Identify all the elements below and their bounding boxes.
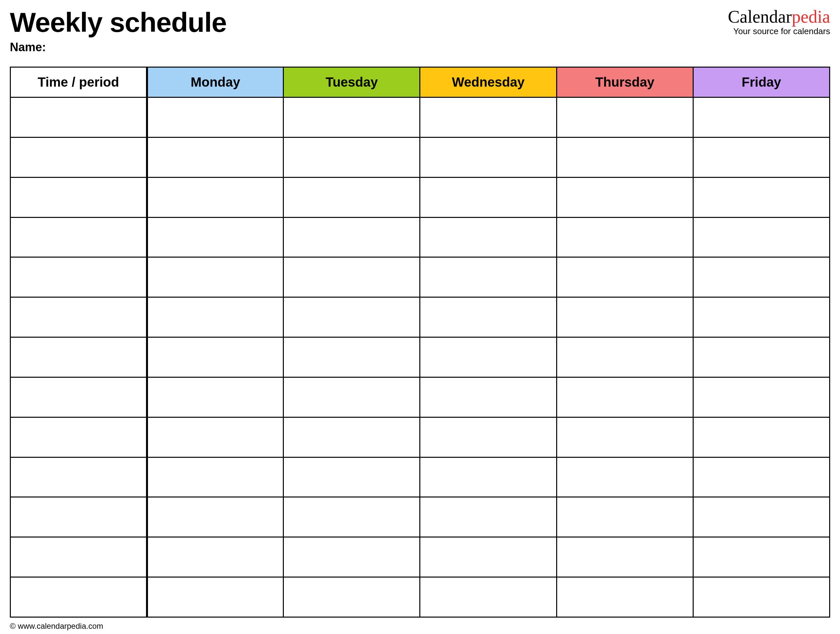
time-cell[interactable] [11,137,147,177]
schedule-cell[interactable] [147,297,284,337]
schedule-cell[interactable] [693,417,829,457]
schedule-cell[interactable] [693,497,829,537]
schedule-cell[interactable] [420,337,556,377]
schedule-body [11,98,830,617]
time-cell[interactable] [11,337,147,377]
time-cell[interactable] [11,457,147,497]
schedule-cell[interactable] [284,137,420,177]
time-cell[interactable] [11,417,147,457]
schedule-cell[interactable] [556,457,693,497]
schedule-cell[interactable] [693,457,829,497]
schedule-cell[interactable] [147,177,284,217]
brand-logo-text: Calendarpedia [728,8,830,25]
schedule-cell[interactable] [693,377,829,417]
schedule-cell[interactable] [556,98,693,138]
schedule-cell[interactable] [556,337,693,377]
schedule-cell[interactable] [420,137,556,177]
schedule-cell[interactable] [284,98,420,138]
schedule-cell[interactable] [693,177,829,217]
schedule-cell[interactable] [284,337,420,377]
table-row [11,257,830,297]
schedule-cell[interactable] [693,98,829,138]
schedule-cell[interactable] [420,257,556,297]
schedule-cell[interactable] [556,177,693,217]
schedule-cell[interactable] [420,497,556,537]
schedule-cell[interactable] [556,217,693,257]
schedule-cell[interactable] [284,497,420,537]
schedule-cell[interactable] [556,257,693,297]
schedule-cell[interactable] [693,217,829,257]
schedule-cell[interactable] [284,537,420,577]
time-cell[interactable] [11,497,147,537]
brand-tagline: Your source for calendars [728,26,830,36]
table-row [11,217,830,257]
document-header: Weekly schedule Name: Calendarpedia Your… [10,6,830,54]
header-row: Time / periodMondayTuesdayWednesdayThurs… [11,67,830,98]
schedule-cell[interactable] [420,377,556,417]
schedule-cell[interactable] [284,377,420,417]
schedule-cell[interactable] [556,537,693,577]
column-header-day: Monday [147,67,284,98]
time-cell[interactable] [11,98,147,138]
schedule-cell[interactable] [147,457,284,497]
table-row [11,98,830,138]
schedule-cell[interactable] [556,377,693,417]
brand-block: Calendarpedia Your source for calendars [728,6,830,36]
schedule-cell[interactable] [147,497,284,537]
schedule-cell[interactable] [147,257,284,297]
name-label: Name: [10,40,226,54]
schedule-cell[interactable] [284,417,420,457]
schedule-cell[interactable] [284,297,420,337]
time-cell[interactable] [11,217,147,257]
schedule-cell[interactable] [147,98,284,138]
schedule-cell[interactable] [693,537,829,577]
schedule-cell[interactable] [147,217,284,257]
schedule-cell[interactable] [147,337,284,377]
time-cell[interactable] [11,257,147,297]
schedule-cell[interactable] [693,577,829,617]
schedule-cell[interactable] [147,417,284,457]
column-header-day: Tuesday [284,67,420,98]
schedule-head: Time / periodMondayTuesdayWednesdayThurs… [11,67,830,98]
schedule-cell[interactable] [284,457,420,497]
schedule-cell[interactable] [284,577,420,617]
schedule-cell[interactable] [284,177,420,217]
schedule-cell[interactable] [420,577,556,617]
schedule-cell[interactable] [420,217,556,257]
schedule-cell[interactable] [556,497,693,537]
schedule-cell[interactable] [420,537,556,577]
time-cell[interactable] [11,577,147,617]
schedule-cell[interactable] [556,297,693,337]
table-row [11,497,830,537]
schedule-container: Time / periodMondayTuesdayWednesdayThurs… [10,66,830,618]
schedule-cell[interactable] [420,457,556,497]
title-block: Weekly schedule Name: [10,6,226,54]
schedule-cell[interactable] [693,297,829,337]
schedule-cell[interactable] [556,417,693,457]
schedule-cell[interactable] [147,137,284,177]
schedule-cell[interactable] [147,537,284,577]
table-row [11,417,830,457]
time-cell[interactable] [11,377,147,417]
time-cell[interactable] [11,297,147,337]
schedule-cell[interactable] [420,177,556,217]
schedule-cell[interactable] [147,577,284,617]
time-cell[interactable] [11,177,147,217]
time-cell[interactable] [11,537,147,577]
column-header-day: Friday [693,67,829,98]
schedule-cell[interactable] [693,257,829,297]
schedule-cell[interactable] [420,98,556,138]
footer-copyright: © www.calendarpedia.com [10,618,830,631]
schedule-cell[interactable] [147,377,284,417]
schedule-cell[interactable] [284,217,420,257]
schedule-cell[interactable] [556,137,693,177]
schedule-cell[interactable] [284,257,420,297]
schedule-cell[interactable] [693,337,829,377]
table-row [11,177,830,217]
schedule-cell[interactable] [556,577,693,617]
schedule-cell[interactable] [420,417,556,457]
column-header-time: Time / period [11,67,147,98]
schedule-cell[interactable] [420,297,556,337]
schedule-cell[interactable] [693,137,829,177]
table-row [11,457,830,497]
